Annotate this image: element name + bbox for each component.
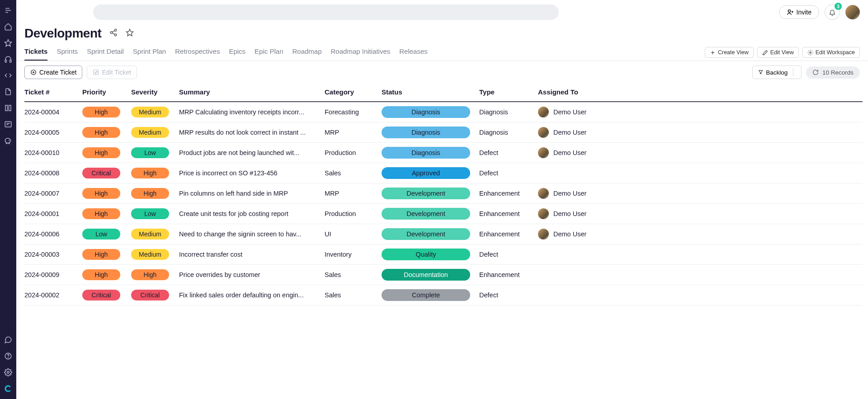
summary-text: Fix linked sales order defaulting on eng… bbox=[179, 291, 304, 299]
svg-point-11 bbox=[8, 357, 9, 358]
assignee-avatar bbox=[538, 127, 549, 138]
records-count[interactable]: 10 Records bbox=[806, 66, 860, 79]
table-row[interactable]: 2024-00006LowMediumNeed to change the si… bbox=[24, 224, 863, 244]
svg-point-9 bbox=[9, 140, 9, 141]
app-logo-icon[interactable] bbox=[0, 385, 16, 393]
ticket-id: 2024-00003 bbox=[24, 251, 59, 258]
summary-text: Incorrect transfer cost bbox=[179, 251, 242, 258]
piggy-icon[interactable] bbox=[0, 136, 16, 145]
create-ticket-button[interactable]: Create Ticket bbox=[24, 66, 82, 79]
table-row[interactable]: 2024-00009HighHighPrice overrides by cus… bbox=[24, 265, 863, 285]
filter-icon bbox=[758, 70, 763, 75]
user-avatar[interactable] bbox=[845, 5, 860, 19]
chevron-down-icon bbox=[797, 70, 797, 75]
tab-roadmap-initiatives[interactable]: Roadmap Initiatives bbox=[331, 47, 391, 61]
table-row[interactable]: 2024-00002CriticalCriticalFix linked sal… bbox=[24, 285, 863, 305]
assignee-avatar bbox=[538, 229, 549, 239]
invite-button[interactable]: Invite bbox=[779, 5, 819, 19]
create-view-button[interactable]: Create View bbox=[705, 47, 754, 58]
table-row[interactable]: 2024-00001HighLowCreate unit tests for j… bbox=[24, 204, 863, 224]
edit-workspace-button[interactable]: Edit Workspace bbox=[802, 47, 860, 58]
form-icon[interactable] bbox=[0, 120, 16, 128]
category-text: MRP bbox=[325, 190, 339, 197]
topbar: Invite 3 bbox=[16, 0, 868, 22]
col-summary[interactable]: Summary bbox=[179, 84, 325, 102]
headphones-icon[interactable] bbox=[0, 55, 16, 63]
search-input[interactable] bbox=[93, 5, 559, 20]
priority-pill: High bbox=[82, 269, 120, 280]
svg-point-13 bbox=[788, 10, 790, 12]
category-text: Production bbox=[325, 149, 356, 156]
table-row[interactable]: 2024-00007HighHighPin columns on left ha… bbox=[24, 183, 863, 204]
ticket-id: 2024-00008 bbox=[24, 169, 59, 177]
tab-tickets[interactable]: Tickets bbox=[24, 47, 47, 61]
svg-point-16 bbox=[115, 29, 117, 32]
pencil-square-icon bbox=[93, 69, 99, 75]
document-icon[interactable] bbox=[0, 88, 16, 96]
tab-sprints[interactable]: Sprints bbox=[57, 47, 78, 61]
notification-count: 3 bbox=[835, 3, 842, 10]
assignee-name: Demo User bbox=[553, 190, 586, 197]
tab-epics[interactable]: Epics bbox=[229, 47, 245, 61]
star-icon[interactable] bbox=[0, 39, 16, 47]
table-row[interactable]: 2024-00008CriticalHighPrice is incorrect… bbox=[24, 163, 863, 183]
assignee: Demo User bbox=[538, 188, 858, 199]
code-icon[interactable] bbox=[0, 71, 16, 80]
feedback-icon[interactable] bbox=[0, 336, 16, 344]
tab-releases[interactable]: Releases bbox=[399, 47, 428, 61]
notification-button[interactable]: 3 bbox=[825, 5, 840, 20]
svg-point-24 bbox=[810, 52, 811, 53]
nav-collapse-icon[interactable] bbox=[0, 6, 16, 14]
plus-icon bbox=[710, 50, 716, 56]
refresh-icon bbox=[812, 69, 819, 75]
status-pill: Diagnosis bbox=[382, 127, 470, 138]
share-icon[interactable] bbox=[109, 28, 118, 38]
summary-text: Create unit tests for job costing report bbox=[179, 210, 288, 217]
table-row[interactable]: 2024-00003HighMediumIncorrect transfer c… bbox=[24, 244, 863, 265]
svg-line-20 bbox=[113, 33, 115, 34]
col-type[interactable]: Type bbox=[479, 84, 538, 102]
settings-icon[interactable] bbox=[0, 368, 16, 376]
col-severity[interactable]: Severity bbox=[131, 84, 179, 102]
summary-text: Price overrides by customer bbox=[179, 271, 260, 278]
priority-pill: Critical bbox=[82, 168, 120, 178]
tab-sprint-detail[interactable]: Sprint Detail bbox=[87, 47, 124, 61]
tab-roadmap[interactable]: Roadmap bbox=[292, 47, 321, 61]
edit-view-button[interactable]: Edit View bbox=[757, 47, 799, 58]
favorite-star-icon[interactable] bbox=[126, 28, 134, 38]
status-pill: Quality bbox=[382, 249, 470, 260]
plus-circle-icon bbox=[30, 69, 37, 75]
tab-epic-plan[interactable]: Epic Plan bbox=[255, 47, 283, 61]
col-ticket[interactable]: Ticket # bbox=[24, 84, 82, 102]
status-pill: Diagnosis bbox=[382, 106, 470, 118]
type-text: Diagnosis bbox=[479, 108, 508, 116]
col-assigned[interactable]: Assigned To bbox=[538, 84, 863, 102]
invite-label: Invite bbox=[797, 9, 811, 16]
col-status[interactable]: Status bbox=[382, 84, 479, 102]
table-row[interactable]: 2024-00004HighMediumMRP Calculating inve… bbox=[24, 102, 863, 122]
tabs-row: TicketsSprintsSprint DetailSprint PlanRe… bbox=[16, 41, 868, 61]
assignee-avatar bbox=[538, 107, 549, 117]
filter-dropdown[interactable]: Backlog bbox=[752, 66, 802, 79]
book-icon[interactable] bbox=[0, 104, 16, 112]
table-head-row: Ticket # Priority Severity Summary Categ… bbox=[24, 84, 863, 102]
tab-retrospectives[interactable]: Retrospectives bbox=[175, 47, 220, 61]
home-icon[interactable] bbox=[0, 23, 16, 31]
severity-pill: Medium bbox=[131, 229, 169, 239]
tab-sprint-plan[interactable]: Sprint Plan bbox=[133, 47, 166, 61]
type-text: Defect bbox=[479, 149, 498, 156]
table-row[interactable]: 2024-00005HighMediumMRP results do not l… bbox=[24, 122, 863, 143]
type-text: Enhancement bbox=[479, 271, 519, 278]
ticket-id: 2024-00006 bbox=[24, 230, 59, 238]
type-text: Defect bbox=[479, 169, 498, 177]
assignee-name: Demo User bbox=[553, 230, 586, 238]
col-category[interactable]: Category bbox=[325, 84, 382, 102]
severity-pill: Low bbox=[131, 208, 169, 219]
ticket-id: 2024-00010 bbox=[24, 149, 59, 156]
assignee-name: Demo User bbox=[553, 108, 586, 116]
status-pill: Development bbox=[382, 228, 470, 240]
priority-pill: Critical bbox=[82, 290, 120, 300]
table-row[interactable]: 2024-00010HighLowProduct jobs are not be… bbox=[24, 143, 863, 163]
help-icon[interactable] bbox=[0, 352, 16, 360]
col-priority[interactable]: Priority bbox=[82, 84, 131, 102]
